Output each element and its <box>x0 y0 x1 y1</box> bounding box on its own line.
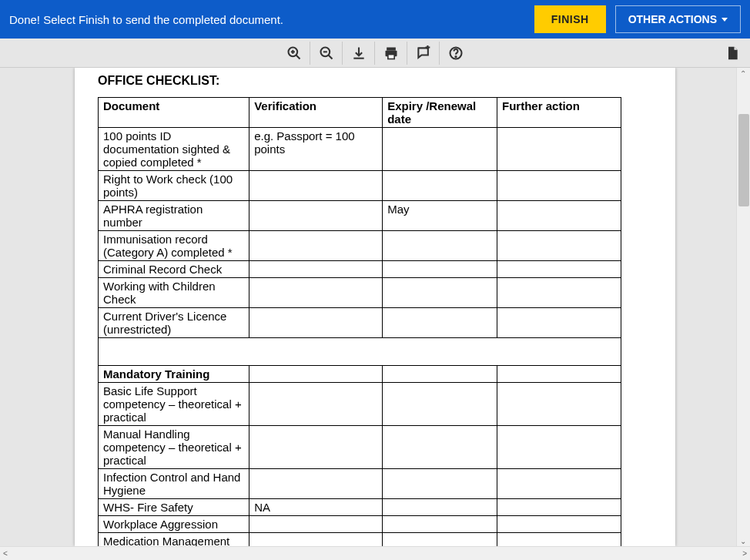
zoom-out-icon <box>319 45 334 61</box>
finish-button[interactable]: FINISH <box>534 5 606 33</box>
table-row: Basic Life Support competency – theoreti… <box>99 383 621 426</box>
col-expiry: Expiry /Renewal date <box>383 98 497 128</box>
svg-point-13 <box>455 55 456 56</box>
checklist-table: Document Verification Expiry /Renewal da… <box>98 97 621 546</box>
table-row: 100 points ID documentation sighted & co… <box>99 128 621 171</box>
vertical-scrollbar[interactable]: ⌃ ⌄ <box>736 68 750 546</box>
chevron-down-icon <box>722 18 728 22</box>
table-row: Immunisation record (Category A) complet… <box>99 231 621 261</box>
documents-panel-button[interactable] <box>721 42 744 65</box>
completion-banner: Done! Select Finish to send the complete… <box>0 0 750 39</box>
scroll-down-icon: ⌄ <box>740 537 748 545</box>
help-button[interactable] <box>440 42 472 65</box>
print-icon <box>383 45 399 61</box>
comment-icon <box>416 45 431 61</box>
table-row: Infection Control and Hand Hygiene <box>99 469 621 499</box>
table-row: Medication Management <box>99 533 621 547</box>
svg-rect-7 <box>387 47 396 50</box>
other-actions-label: OTHER ACTIONS <box>628 13 717 25</box>
table-row: APHRA registration number May <box>99 201 621 231</box>
other-actions-button[interactable]: OTHER ACTIONS <box>615 5 741 33</box>
table-row: Right to Work check (100 points) <box>99 171 621 201</box>
col-verification: Verification <box>249 98 383 128</box>
svg-line-5 <box>328 55 332 59</box>
horizontal-scrollbar[interactable]: < > <box>0 546 750 560</box>
col-document: Document <box>99 98 249 128</box>
table-header-row: Document Verification Expiry /Renewal da… <box>99 98 621 128</box>
scroll-left-icon: < <box>3 549 8 558</box>
document-page: OFFICE CHECKLIST: Document Verification … <box>75 68 675 546</box>
document-icon <box>725 45 740 61</box>
zoom-in-button[interactable] <box>278 42 310 65</box>
table-row: Workplace Aggression <box>99 516 621 533</box>
document-viewport: OFFICE CHECKLIST: Document Verification … <box>0 68 750 546</box>
help-icon <box>448 45 464 61</box>
scrollbar-thumb[interactable] <box>738 114 749 206</box>
svg-line-1 <box>296 55 300 59</box>
table-spacer <box>99 338 621 366</box>
scroll-right-icon: > <box>742 549 747 558</box>
mandatory-heading-row: Mandatory Training <box>99 366 621 383</box>
document-toolbar <box>0 39 750 68</box>
download-icon <box>351 45 367 61</box>
table-row: Working with Children Check <box>99 278 621 308</box>
table-row: WHS- Fire Safety NA <box>99 499 621 516</box>
zoom-in-icon <box>286 45 302 61</box>
table-row: Criminal Record Check <box>99 261 621 278</box>
table-row: Manual Handling competency – theoretical… <box>99 426 621 469</box>
banner-actions: FINISH OTHER ACTIONS <box>534 5 741 33</box>
table-row: Current Driver's Licence (unrestricted) <box>99 308 621 338</box>
comment-button[interactable] <box>407 42 440 65</box>
zoom-out-button[interactable] <box>310 42 343 65</box>
scroll-up-icon: ⌃ <box>740 69 748 77</box>
banner-message: Done! Select Finish to send the complete… <box>9 13 283 26</box>
svg-rect-9 <box>387 54 393 59</box>
section-title: OFFICE CHECKLIST: <box>98 74 652 88</box>
download-button[interactable] <box>343 42 375 65</box>
col-further: Further action <box>497 98 621 128</box>
print-button[interactable] <box>375 42 407 65</box>
